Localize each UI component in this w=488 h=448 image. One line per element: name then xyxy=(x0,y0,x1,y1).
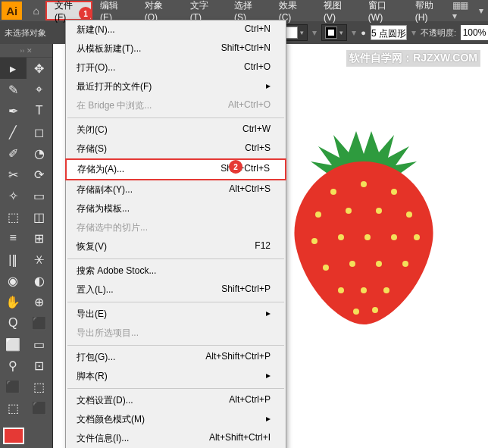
tool-7[interactable]: ◻ xyxy=(27,121,53,143)
menu-item-shortcut: ▸ xyxy=(266,370,271,383)
tool-6[interactable]: ╱ xyxy=(0,121,27,143)
menu-文字T[interactable]: 文字(T) xyxy=(183,1,227,20)
stroke-swatch[interactable]: ▾ xyxy=(321,24,347,41)
no-selection-label: 未选择对象 xyxy=(5,27,46,39)
menu-item-shortcut: Shift+Ctrl+N xyxy=(221,42,271,55)
menu-item-label: 恢复(V) xyxy=(77,240,107,253)
menu-文件F[interactable]: 文件(F)1 xyxy=(45,1,92,20)
menu-item-shortcut: ▸ xyxy=(266,308,271,321)
menu-效果C[interactable]: 效果(C) xyxy=(271,1,316,20)
tool-29[interactable]: ⊡ xyxy=(27,355,53,376)
tool-19[interactable]: ⚹ xyxy=(27,249,53,270)
menu-item-存储S[interactable]: 存储(S)Ctrl+S xyxy=(66,139,286,158)
svg-point-13 xyxy=(349,261,355,267)
tool-13[interactable]: ▭ xyxy=(27,185,53,206)
tool-28[interactable]: ⚲ xyxy=(0,355,27,376)
menu-item-置入L[interactable]: 置入(L)...Shift+Ctrl+P xyxy=(66,280,286,299)
menu-item-label: 打开(O)... xyxy=(77,61,115,74)
tool-30[interactable]: ⬛ xyxy=(0,376,27,397)
tool-22[interactable]: ✋ xyxy=(0,291,27,312)
tool-32[interactable]: ⬚ xyxy=(0,397,27,418)
opacity-value[interactable]: 100% xyxy=(461,25,488,40)
menu-item-脚本R[interactable]: 脚本(R)▸ xyxy=(66,367,286,386)
tool-16[interactable]: ≡ xyxy=(0,227,27,249)
menu-选择S[interactable]: 选择(S) xyxy=(227,1,271,20)
menu-item-新建N[interactable]: 新建(N)...Ctrl+N xyxy=(66,20,286,39)
tool-18[interactable]: |‖ xyxy=(0,249,27,270)
menu-item-关闭C[interactable]: 关闭(C)Ctrl+W xyxy=(66,121,286,139)
tool-25[interactable]: ⬛ xyxy=(27,312,53,334)
menu-对象O[interactable]: 对象(O) xyxy=(137,1,183,20)
tool-14[interactable]: ⬚ xyxy=(0,206,27,227)
menu-item-最近打开的文件F[interactable]: 最近打开的文件(F)▸ xyxy=(66,77,286,96)
menu-item-shortcut: Alt+Shift+Ctrl+P xyxy=(205,351,271,364)
tool-panel-handle[interactable]: ›› ✕ xyxy=(0,44,52,58)
tool-5[interactable]: T xyxy=(27,100,53,121)
tool-21[interactable]: ◐ xyxy=(27,270,53,291)
menu-separator xyxy=(67,345,284,346)
menu-窗口W[interactable]: 窗口(W) xyxy=(361,1,408,20)
menu-item-从模板新建T[interactable]: 从模板新建(T)...Shift+Ctrl+N xyxy=(66,39,286,58)
menu-item-文件信息I[interactable]: 文件信息(I)...Alt+Shift+Ctrl+I xyxy=(66,429,286,448)
tool-8[interactable]: ✐ xyxy=(0,143,27,164)
svg-point-9 xyxy=(364,234,371,240)
menu-item-搜索AdobeStock[interactable]: 搜索 Adobe Stock... xyxy=(66,262,286,280)
menu-item-label: 导出(E) xyxy=(77,308,107,321)
svg-point-16 xyxy=(338,287,344,293)
tool-3[interactable]: ⌖ xyxy=(27,79,53,100)
canvas-art-strawberry xyxy=(288,124,440,328)
tool-24[interactable]: Q xyxy=(0,312,27,334)
tool-2[interactable]: ✎ xyxy=(0,79,27,100)
menu-item-shortcut: Alt+Ctrl+P xyxy=(229,394,271,407)
tool-26[interactable]: ⬜ xyxy=(0,334,27,355)
menu-item-存储为A[interactable]: 存储为(A)...Shift+Ctrl+S2 xyxy=(65,158,286,180)
menu-item-恢复V[interactable]: 恢复(V)F12 xyxy=(66,237,286,256)
svg-point-6 xyxy=(406,211,412,218)
tool-4[interactable]: ✒ xyxy=(0,100,27,121)
menu-视图V[interactable]: 视图(V) xyxy=(316,1,361,20)
menu-item-label: 存储(S) xyxy=(77,143,107,155)
menu-item-文档颜色模式M[interactable]: 文档颜色模式(M)▸ xyxy=(66,410,286,429)
svg-point-15 xyxy=(402,261,408,267)
workspace-grid-icon[interactable]: ▦▦ ▾ xyxy=(452,0,473,21)
tool-33[interactable]: ⬛ xyxy=(27,397,53,418)
fill-color-well[interactable] xyxy=(3,428,24,444)
home-icon[interactable]: ⌂ xyxy=(33,5,39,17)
stroke-style[interactable]: 5 点圆形 xyxy=(371,25,407,40)
menu-item-打包G[interactable]: 打包(G)...Alt+Shift+Ctrl+P xyxy=(66,348,286,367)
arrange-docs[interactable]: ▾ xyxy=(479,5,483,16)
menu-item-label: 文件信息(I)... xyxy=(77,432,129,445)
menu-item-文档设置D[interactable]: 文档设置(D)...Alt+Ctrl+P xyxy=(66,391,286,410)
menu-item-label: 文档设置(D)... xyxy=(77,394,133,407)
tool-1[interactable]: ✥ xyxy=(27,58,53,79)
menu-编辑E[interactable]: 编辑(E) xyxy=(92,1,137,20)
tool-0[interactable]: ▸ xyxy=(0,58,27,79)
tool-23[interactable]: ⊕ xyxy=(27,291,53,312)
menu-item-存储副本Y[interactable]: 存储副本(Y)...Alt+Ctrl+S xyxy=(66,180,286,199)
menu-item-打开O[interactable]: 打开(O)...Ctrl+O xyxy=(66,58,286,77)
tool-9[interactable]: ◔ xyxy=(27,143,53,164)
menu-item-shortcut: Ctrl+O xyxy=(244,61,271,74)
menu-帮助H[interactable]: 帮助(H) xyxy=(408,1,452,20)
menu-item-shortcut: ▸ xyxy=(266,80,271,93)
svg-point-3 xyxy=(315,211,321,218)
tool-17[interactable]: ⊞ xyxy=(27,227,53,249)
menubar: Ai ⌂ 文件(F)1编辑(E)对象(O)文字(T)选择(S)效果(C)视图(V… xyxy=(0,0,488,21)
menu-item-label: 导出所选项目... xyxy=(77,327,139,340)
tool-12[interactable]: ✧ xyxy=(0,185,27,206)
tool-panel: ›› ✕ ▸✥✎⌖✒T╱◻✐◔✂⟳✧▭⬚◫≡⊞|‖⚹◉◐✋⊕Q⬛⬜▭⚲⊡⬛⬚⬚⬛ xyxy=(0,44,53,448)
menu-item-label: 文档颜色模式(M) xyxy=(77,413,145,426)
menu-item-存储为模板[interactable]: 存储为模板... xyxy=(66,199,286,218)
menu-item-label: 搜索 Adobe Stock... xyxy=(77,265,156,277)
menu-item-shortcut: Alt+Ctrl+O xyxy=(228,99,271,112)
menu-item-导出E[interactable]: 导出(E)▸ xyxy=(66,305,286,324)
tool-15[interactable]: ◫ xyxy=(27,206,53,227)
menu-item-shortcut: Shift+Ctrl+P xyxy=(221,284,271,296)
file-menu-dropdown: 新建(N)...Ctrl+N从模板新建(T)...Shift+Ctrl+N打开(… xyxy=(65,20,286,448)
tool-27[interactable]: ▭ xyxy=(27,334,53,355)
svg-point-5 xyxy=(376,208,382,214)
tool-20[interactable]: ◉ xyxy=(0,270,27,291)
tool-31[interactable]: ⬚ xyxy=(27,376,53,397)
tool-10[interactable]: ✂ xyxy=(0,164,27,185)
tool-11[interactable]: ⟳ xyxy=(27,164,53,185)
